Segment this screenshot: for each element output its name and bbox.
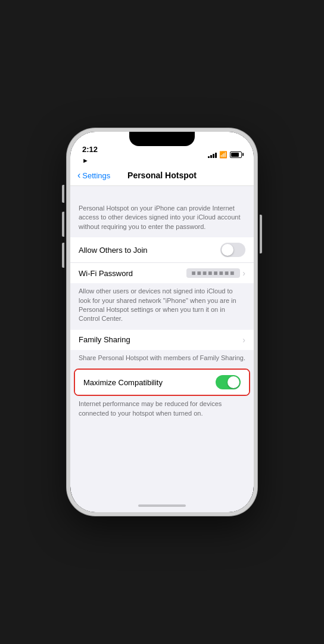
notch [129, 132, 195, 146]
maximize-group: Maximize Compatibility [75, 370, 249, 395]
phone-screen: 2:12 ► 📶 [70, 132, 254, 512]
family-sharing-label: Family Sharing [79, 335, 130, 344]
status-icons: 📶 [208, 146, 242, 159]
allow-others-row: Allow Others to Join [70, 237, 254, 263]
family-sharing-row[interactable]: Family Sharing › [70, 330, 254, 350]
maximize-compatibility-row: Maximize Compatibility [75, 370, 249, 395]
settings-content: Personal Hotspot on your iPhone can prov… [70, 186, 254, 501]
home-indicator-bar [70, 501, 254, 512]
allow-others-toggle[interactable] [220, 243, 245, 257]
icloud-note: Allow other users or devices not signed … [70, 283, 254, 330]
maximize-toggle-knob [228, 376, 239, 388]
intro-description: Personal Hotspot on your iPhone can prov… [70, 199, 254, 237]
volume-up-button[interactable] [62, 212, 64, 237]
phone-frame: 2:12 ► 📶 [67, 128, 257, 516]
family-chevron-icon: › [242, 335, 245, 345]
family-sharing-note: Share Personal Hotspot with members of F… [70, 350, 254, 369]
page-title: Personal Hotspot [119, 171, 205, 180]
bottom-padding [70, 424, 254, 448]
volume-down-button[interactable] [62, 243, 64, 268]
chevron-right-icon: › [242, 268, 245, 278]
maximize-compatibility-toggle[interactable] [216, 375, 241, 389]
wifi-icon: 📶 [219, 151, 228, 159]
wifi-password-right: ■■■■■■■■ › [186, 268, 245, 278]
power-button[interactable] [260, 215, 262, 253]
back-label: Settings [82, 171, 110, 180]
mute-button[interactable] [62, 185, 64, 203]
back-chevron-icon: ‹ [77, 170, 80, 181]
home-indicator [138, 504, 186, 507]
section-gap-1 [70, 186, 254, 199]
maximize-highlight-border: Maximize Compatibility [74, 369, 250, 396]
wifi-password-value: ■■■■■■■■ [186, 268, 240, 278]
navigation-bar: ‹ Settings Personal Hotspot [70, 168, 254, 186]
toggle-knob [222, 244, 233, 256]
join-group: Allow Others to Join Wi-Fi Password ■■■■… [70, 237, 254, 283]
family-group: Family Sharing › [70, 330, 254, 350]
battery-icon [230, 151, 242, 158]
status-time: 2:12 [82, 145, 98, 154]
screen-content: 2:12 ► 📶 [70, 132, 254, 512]
status-arrow: ► [82, 157, 89, 164]
back-button[interactable]: ‹ Settings [77, 170, 119, 181]
wifi-password-row[interactable]: Wi-Fi Password ■■■■■■■■ › [70, 263, 254, 283]
allow-others-label: Allow Others to Join [79, 246, 148, 255]
maximize-note: Internet performance may be reduced for … [70, 396, 254, 424]
maximize-compatibility-label: Maximize Compatibility [83, 378, 163, 387]
wifi-password-label: Wi-Fi Password [79, 269, 133, 278]
signal-icon [208, 151, 217, 158]
